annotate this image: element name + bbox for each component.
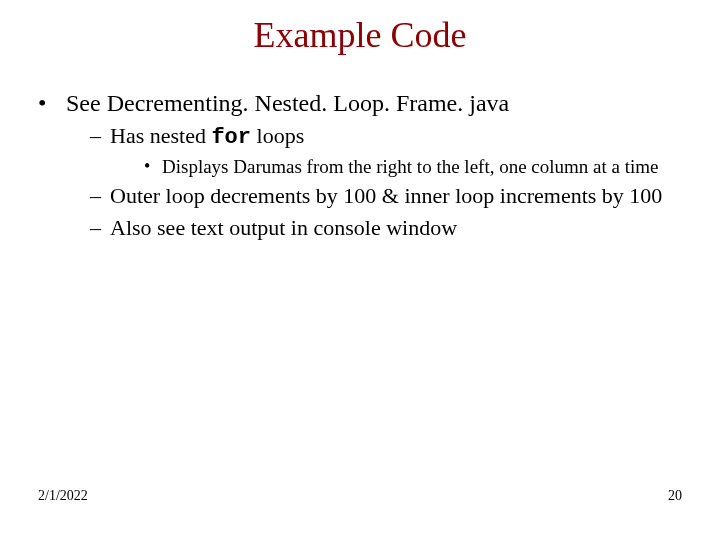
subsub-bullet-text: Displays Darumas from the right to the l… <box>162 156 659 177</box>
sub-bullet-text: Also see text output in console window <box>110 215 457 240</box>
sub-bullet-list: Has nested for loops Displays Darumas fr… <box>66 122 682 241</box>
sub-bullet-item: Has nested for loops Displays Darumas fr… <box>90 122 682 178</box>
code-keyword: for <box>211 125 251 150</box>
subsub-bullet-item: Displays Darumas from the right to the l… <box>144 156 682 179</box>
bullet-text: See Decrementing. Nested. Loop. Frame. j… <box>66 90 509 116</box>
sub-bullet-text-post: loops <box>251 123 304 148</box>
slide-title: Example Code <box>0 14 720 56</box>
slide: Example Code See Decrementing. Nested. L… <box>0 0 720 540</box>
sub-bullet-item: Also see text output in console window <box>90 214 682 242</box>
subsub-bullet-list: Displays Darumas from the right to the l… <box>110 156 682 179</box>
sub-bullet-text: Outer loop decrements by 100 & inner loo… <box>110 183 662 208</box>
sub-bullet-text-pre: Has nested <box>110 123 211 148</box>
footer-date: 2/1/2022 <box>38 488 88 504</box>
bullet-item: See Decrementing. Nested. Loop. Frame. j… <box>38 88 682 241</box>
sub-bullet-item: Outer loop decrements by 100 & inner loo… <box>90 182 682 210</box>
slide-body: See Decrementing. Nested. Loop. Frame. j… <box>38 88 682 247</box>
footer-page-number: 20 <box>668 488 682 504</box>
bullet-list: See Decrementing. Nested. Loop. Frame. j… <box>38 88 682 241</box>
